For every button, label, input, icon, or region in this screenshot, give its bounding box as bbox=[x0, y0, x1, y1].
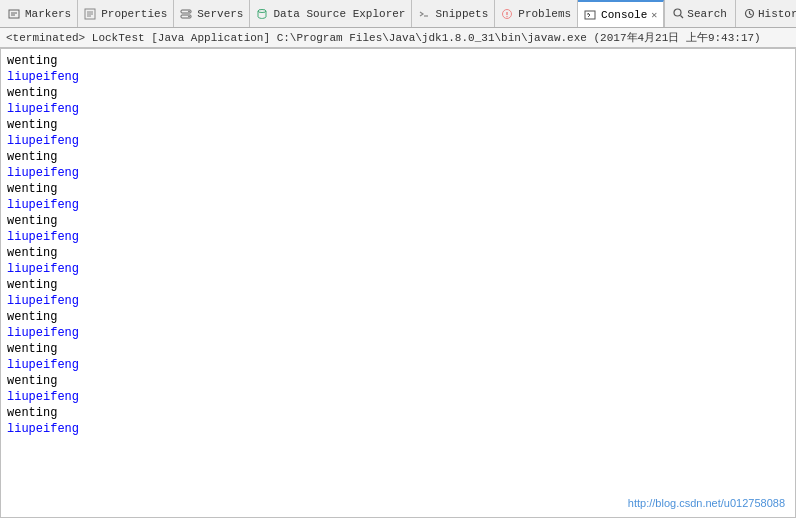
console-line: liupeifeng bbox=[7, 133, 789, 149]
tab-servers-label: Servers bbox=[197, 8, 243, 20]
console-line: liupeifeng bbox=[7, 101, 789, 117]
console-line: liupeifeng bbox=[7, 325, 789, 341]
console-line: liupeifeng bbox=[7, 261, 789, 277]
svg-point-9 bbox=[188, 10, 190, 12]
tab-console-close[interactable]: ✕ bbox=[651, 9, 657, 21]
history-icon bbox=[744, 8, 755, 20]
properties-icon bbox=[84, 7, 98, 19]
console-line: liupeifeng bbox=[7, 165, 789, 181]
svg-point-15 bbox=[507, 15, 508, 16]
tab-markers-label: Markers bbox=[25, 8, 71, 20]
tab-snippets-label: Snippets bbox=[435, 8, 488, 20]
console-line: wenting bbox=[7, 85, 789, 101]
tab-console[interactable]: Console ✕ bbox=[578, 0, 664, 27]
status-text: <terminated> LockTest [Java Application]… bbox=[6, 30, 761, 45]
console-line: wenting bbox=[7, 213, 789, 229]
tab-datasource[interactable]: Data Source Explorer bbox=[250, 0, 412, 27]
console-icon bbox=[584, 8, 598, 20]
console-line: wenting bbox=[7, 181, 789, 197]
console-line: wenting bbox=[7, 405, 789, 421]
search-label: Search bbox=[687, 8, 727, 20]
console-line: liupeifeng bbox=[7, 69, 789, 85]
console-line: liupeifeng bbox=[7, 421, 789, 437]
console-line: wenting bbox=[7, 245, 789, 261]
tab-snippets[interactable]: Snippets bbox=[412, 0, 495, 27]
svg-line-19 bbox=[681, 16, 684, 19]
tab-console-label: Console bbox=[601, 9, 647, 21]
console-output: wentingliupeifengwentingliupeifengwentin… bbox=[0, 48, 796, 518]
servers-icon bbox=[180, 7, 194, 19]
console-line: liupeifeng bbox=[7, 389, 789, 405]
tab-bar: Markers Properties Servers Data Source E… bbox=[0, 0, 796, 28]
svg-point-11 bbox=[258, 9, 266, 12]
tab-search[interactable]: Search bbox=[664, 0, 735, 27]
problems-icon bbox=[501, 7, 515, 19]
console-line: wenting bbox=[7, 309, 789, 325]
history-label: History bbox=[758, 8, 796, 20]
tab-servers[interactable]: Servers bbox=[174, 0, 250, 27]
svg-rect-0 bbox=[9, 10, 19, 18]
console-line: liupeifeng bbox=[7, 229, 789, 245]
markers-icon bbox=[8, 7, 22, 19]
console-line: wenting bbox=[7, 341, 789, 357]
tab-properties[interactable]: Properties bbox=[78, 0, 174, 27]
tab-problems-label: Problems bbox=[518, 8, 571, 20]
snippets-icon bbox=[418, 7, 432, 19]
tab-problems[interactable]: Problems bbox=[495, 0, 578, 27]
watermark: http://blog.csdn.net/u012758088 bbox=[628, 497, 785, 509]
console-line: wenting bbox=[7, 117, 789, 133]
console-line: liupeifeng bbox=[7, 357, 789, 373]
tab-properties-label: Properties bbox=[101, 8, 167, 20]
console-line: liupeifeng bbox=[7, 293, 789, 309]
console-line: wenting bbox=[7, 53, 789, 69]
search-icon bbox=[673, 8, 684, 20]
console-line: liupeifeng bbox=[7, 197, 789, 213]
svg-point-10 bbox=[188, 15, 190, 17]
datasource-icon bbox=[256, 7, 270, 19]
console-line: wenting bbox=[7, 373, 789, 389]
svg-point-18 bbox=[674, 9, 681, 16]
console-line: wenting bbox=[7, 277, 789, 293]
tab-markers[interactable]: Markers bbox=[2, 0, 78, 27]
tab-history[interactable]: History bbox=[735, 0, 796, 27]
tab-datasource-label: Data Source Explorer bbox=[273, 8, 405, 20]
console-line: wenting bbox=[7, 149, 789, 165]
status-bar: <terminated> LockTest [Java Application]… bbox=[0, 28, 796, 48]
